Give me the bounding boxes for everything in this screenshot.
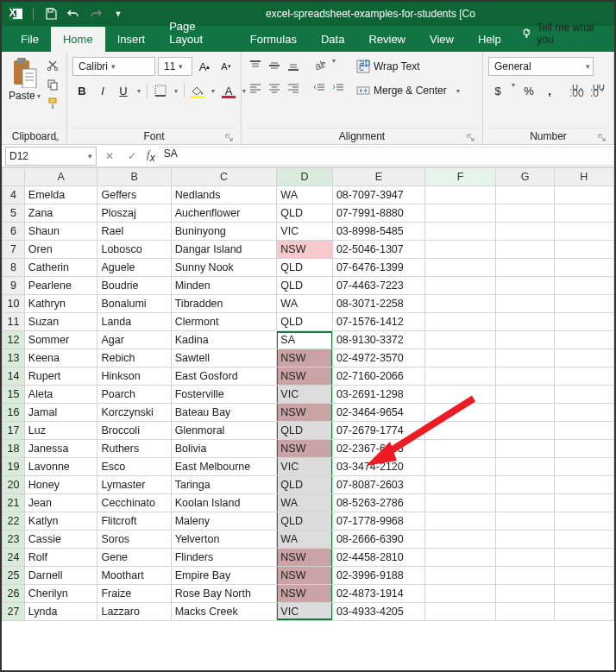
cell-G4[interactable] (496, 186, 554, 204)
cell-D19[interactable]: VIC (277, 458, 333, 476)
cell-G23[interactable] (496, 531, 554, 549)
cancel-formula-icon[interactable]: ✕ (98, 147, 121, 166)
cell-H24[interactable] (554, 549, 613, 567)
cell-G20[interactable] (496, 476, 554, 494)
spreadsheet-grid[interactable]: ABCDEFGH4EmeldaGeffersNedlandsWA08-7097-… (2, 167, 614, 672)
tab-home[interactable]: Home (51, 27, 105, 52)
cell-D16[interactable]: NSW (277, 404, 333, 422)
cell-E25[interactable]: 02-3996-9188 (332, 567, 424, 585)
cell-F11[interactable] (424, 313, 495, 331)
cell-F21[interactable] (424, 494, 495, 512)
cell-C17[interactable]: Glenmoral (171, 422, 277, 440)
cell-B9[interactable]: Boudrie (97, 277, 171, 295)
cell-A8[interactable]: Catherin (24, 259, 97, 277)
cut-icon[interactable] (44, 57, 61, 74)
cell-G22[interactable] (496, 512, 554, 531)
cell-F9[interactable] (424, 277, 495, 295)
cell-H27[interactable] (554, 603, 613, 621)
row-header-27[interactable]: 27 (3, 603, 25, 621)
cell-E7[interactable]: 02-5046-1307 (332, 241, 424, 259)
row-header-15[interactable]: 15 (3, 386, 25, 404)
cell-G21[interactable] (496, 494, 554, 512)
cell-A5[interactable]: Zana (24, 204, 97, 223)
cell-A19[interactable]: Lavonne (24, 458, 97, 476)
cell-D8[interactable]: QLD (277, 259, 333, 277)
save-icon[interactable] (42, 5, 60, 22)
cell-B16[interactable]: Korczynski (97, 404, 171, 422)
tab-formulas[interactable]: Formulas (238, 27, 309, 52)
tab-help[interactable]: Help (466, 27, 513, 52)
qat-customize-icon[interactable]: ▼ (110, 5, 127, 22)
cell-A13[interactable]: Keena (24, 349, 97, 367)
cell-C9[interactable]: Minden (171, 277, 277, 295)
cell-B24[interactable]: Gene (97, 549, 171, 567)
font-size-combo[interactable]: 11▾ (158, 57, 192, 76)
cell-F4[interactable] (424, 186, 495, 204)
font-name-combo[interactable]: Calibri▾ (72, 57, 155, 76)
comma-format-icon[interactable]: , (540, 81, 559, 100)
cell-D4[interactable]: WA (277, 186, 333, 204)
cell-E9[interactable]: 07-4463-7223 (332, 277, 424, 295)
cell-E6[interactable]: 03-8998-5485 (332, 223, 424, 241)
cell-G25[interactable] (496, 567, 554, 585)
cell-H12[interactable] (554, 331, 613, 349)
cell-B12[interactable]: Agar (97, 331, 171, 349)
borders-button[interactable] (151, 81, 170, 100)
column-header-E[interactable]: E (332, 168, 424, 186)
row-header-16[interactable]: 16 (3, 404, 25, 422)
cell-E5[interactable]: 07-7991-8880 (332, 204, 424, 223)
cell-B25[interactable]: Moothart (97, 567, 171, 585)
cell-C25[interactable]: Empire Bay (171, 567, 277, 585)
cell-B4[interactable]: Geffers (97, 186, 171, 204)
cell-A11[interactable]: Suzan (24, 313, 97, 331)
cell-A27[interactable]: Lynda (24, 603, 97, 621)
cell-E8[interactable]: 07-6476-1399 (332, 259, 424, 277)
row-header-8[interactable]: 8 (3, 259, 25, 277)
cell-B18[interactable]: Ruthers (97, 440, 171, 458)
decrease-decimal-icon[interactable]: .00.0 (588, 81, 607, 100)
row-header-9[interactable]: 9 (3, 277, 25, 295)
cell-F5[interactable] (424, 204, 495, 223)
cell-B22[interactable]: Flitcroft (97, 512, 171, 531)
cell-G26[interactable] (496, 585, 554, 603)
cell-B19[interactable]: Esco (97, 458, 171, 476)
cell-E22[interactable]: 07-1778-9968 (332, 512, 424, 531)
cell-H25[interactable] (554, 567, 613, 585)
cell-H22[interactable] (554, 512, 613, 531)
decrease-indent-icon[interactable] (311, 79, 328, 97)
cell-C6[interactable]: Buninyong (171, 223, 277, 241)
cell-D6[interactable]: VIC (277, 223, 333, 241)
cell-D14[interactable]: NSW (277, 367, 333, 386)
align-right-icon[interactable] (285, 79, 302, 97)
column-header-A[interactable]: A (24, 168, 97, 186)
column-header-F[interactable]: F (424, 168, 495, 186)
cell-D24[interactable]: NSW (277, 549, 333, 567)
cell-D5[interactable]: QLD (277, 204, 333, 223)
cell-D21[interactable]: WA (277, 494, 333, 512)
row-header-5[interactable]: 5 (3, 204, 25, 223)
tab-view[interactable]: View (418, 27, 466, 52)
cell-A24[interactable]: Rolf (24, 549, 97, 567)
cell-B14[interactable]: Hinkson (97, 367, 171, 386)
cell-H6[interactable] (554, 223, 613, 241)
cell-D15[interactable]: VIC (277, 386, 333, 404)
cell-E13[interactable]: 02-4972-3570 (332, 349, 424, 367)
cell-C18[interactable]: Bolivia (171, 440, 277, 458)
row-header-25[interactable]: 25 (3, 567, 25, 585)
cell-G5[interactable] (496, 204, 554, 223)
cell-C7[interactable]: Dangar Island (171, 241, 277, 259)
tab-insert[interactable]: Insert (105, 27, 158, 52)
cell-A23[interactable]: Cassie (24, 531, 97, 549)
cell-G18[interactable] (496, 440, 554, 458)
name-box[interactable]: D12▾ (5, 147, 97, 166)
row-header-21[interactable]: 21 (3, 494, 25, 512)
cell-G12[interactable] (496, 331, 554, 349)
paste-button[interactable]: Paste▾ (7, 55, 42, 102)
cell-C21[interactable]: Koolan Island (171, 494, 277, 512)
cell-D25[interactable]: NSW (277, 567, 333, 585)
cell-G16[interactable] (496, 404, 554, 422)
cell-E14[interactable]: 02-7160-2066 (332, 367, 424, 386)
cell-F13[interactable] (424, 349, 495, 367)
cell-E10[interactable]: 08-3071-2258 (332, 295, 424, 313)
redo-icon[interactable] (87, 5, 104, 22)
